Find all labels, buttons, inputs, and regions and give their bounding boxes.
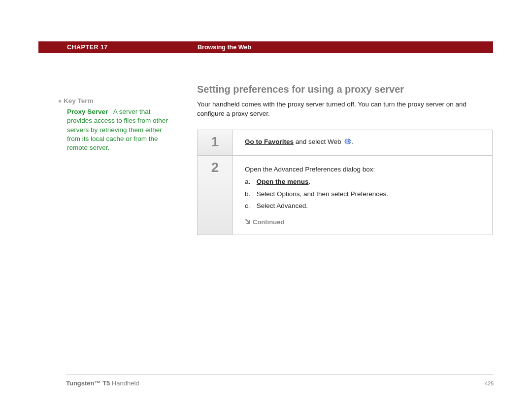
step-number-cell: 1: [198, 130, 233, 155]
substep-text: Select Advanced.: [257, 202, 308, 209]
key-term-heading: ››Key Term: [58, 97, 173, 105]
product-rest: Handheld: [110, 379, 139, 387]
footer-rule: [66, 375, 494, 375]
main-content: Setting preferences for using a proxy se…: [197, 84, 493, 235]
substep-label: b.: [245, 189, 255, 200]
substep-label: a.: [245, 177, 255, 187]
continued-label: Continued: [253, 218, 284, 226]
key-term-name: Proxy Server: [67, 108, 108, 115]
product-name: Tungsten™ T5 Handheld: [66, 379, 139, 387]
key-term-sidebar: ››Key Term Proxy Server A server that pr…: [58, 97, 173, 152]
arrow-down-right-icon: [245, 217, 251, 227]
chapter-title: Browsing the Web: [198, 44, 251, 51]
step-number-cell: 2: [198, 156, 233, 235]
substep-label: c.: [245, 201, 255, 211]
step-body: Go to Favorites and select Web .: [233, 130, 492, 155]
web-icon: [344, 138, 352, 148]
substep-c: c. Select Advanced.: [245, 201, 482, 211]
step-period: .: [352, 138, 354, 145]
step-number: 1: [211, 134, 219, 150]
key-term-label: Key Term: [64, 97, 94, 104]
step-row: 2 Open the Advanced Preferences dialog b…: [197, 156, 493, 235]
continued-indicator: Continued: [245, 217, 482, 227]
product-bold: Tungsten™ T5: [66, 379, 110, 387]
substep-text: Select Options, and then select Preferen…: [257, 190, 388, 198]
step-text: and select Web: [294, 138, 343, 145]
chapter-label: CHAPTER 17: [67, 44, 198, 51]
substep-b: b. Select Options, and then select Prefe…: [245, 189, 482, 200]
section-intro: Your handheld comes with the proxy serve…: [197, 100, 493, 119]
section-title: Setting preferences for using a proxy se…: [197, 84, 493, 95]
step-number: 2: [211, 160, 219, 175]
open-menus-link[interactable]: Open the menus: [257, 178, 309, 185]
chapter-header: CHAPTER 17 Browsing the Web: [38, 41, 493, 53]
page-number: 425: [485, 380, 494, 386]
step-row: 1 Go to Favorites and select Web .: [197, 130, 493, 156]
key-term-body: Proxy Server A server that provides acce…: [58, 107, 173, 152]
substep-period: .: [309, 178, 311, 185]
chevron-right-icon: ››: [58, 97, 61, 104]
favorites-link[interactable]: Go to Favorites: [245, 138, 294, 145]
step-body: Open the Advanced Preferences dialog box…: [233, 156, 492, 235]
page-footer: Tungsten™ T5 Handheld 425: [66, 379, 494, 387]
step-lead: Open the Advanced Preferences dialog box…: [245, 165, 482, 175]
steps-table: 1 Go to Favorites and select Web .: [197, 130, 493, 235]
substep-a: a. Open the menus.: [245, 177, 482, 187]
